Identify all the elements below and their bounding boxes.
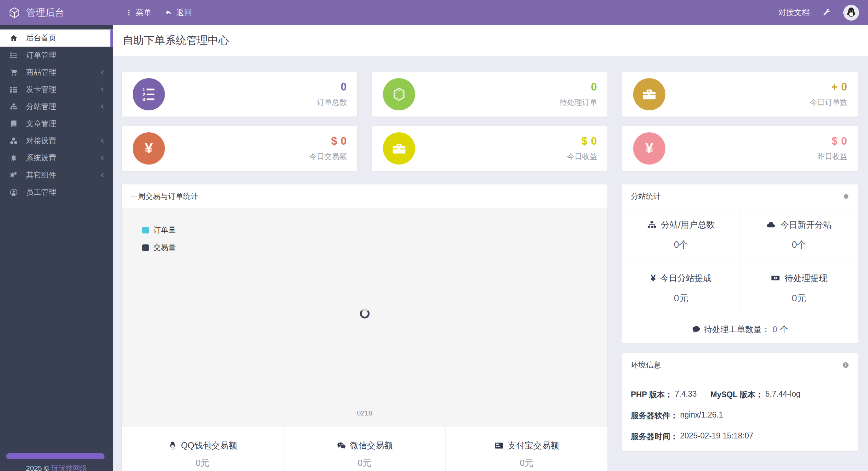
environment-title: 环境信息 xyxy=(631,360,661,370)
stat-label: 订单总数 xyxy=(317,97,347,108)
payment-value: 0元 xyxy=(284,457,446,469)
hexagon-icon xyxy=(383,78,415,110)
circle-dot-icon xyxy=(843,193,849,200)
substation-cell-new: 今日新开分站 0个 xyxy=(740,208,858,262)
sidebar-scrollbar-vertical[interactable] xyxy=(110,29,113,47)
chart-legend: 订单量 交易量 xyxy=(142,225,176,253)
user-avatar[interactable] xyxy=(843,5,859,21)
substation-cell-label: 今日分站提成 xyxy=(660,273,712,284)
stat-label: 今日订单数 xyxy=(810,97,847,108)
chevron-left-icon xyxy=(99,155,106,161)
stat-value: 0 xyxy=(317,81,347,93)
qq-icon xyxy=(168,441,177,450)
stat-value: 0 xyxy=(559,81,597,93)
stat-card-total-orders: 123 0 订单总数 xyxy=(122,72,357,117)
payment-label: QQ钱包交易额 xyxy=(181,440,237,451)
chart-area: 订单量 交易量 0218 xyxy=(122,208,607,427)
copyright-link[interactable]: 玩玩技网络 xyxy=(51,464,87,471)
chevron-left-icon xyxy=(99,86,106,93)
reply-arrow-icon xyxy=(165,9,173,17)
cube-logo-icon xyxy=(8,7,21,19)
sidebar-item-label: 对接设置 xyxy=(26,136,56,146)
sidebar-item-staff[interactable]: 员工管理 xyxy=(0,184,113,201)
stat-value: $ 0 xyxy=(567,135,597,147)
server-time-label: 服务器时间： xyxy=(631,431,678,442)
substation-cell-users: 分站/用户总数 0个 xyxy=(622,208,740,262)
sidebar-item-label: 订单管理 xyxy=(26,50,56,60)
sidebar-item-label: 分站管理 xyxy=(26,101,56,112)
menu-toggle[interactable]: 菜单 xyxy=(125,7,152,18)
docs-link[interactable]: 对接文档 xyxy=(778,7,810,18)
substation-panel-header: 分站统计 xyxy=(622,184,858,208)
info-icon[interactable] xyxy=(842,362,849,369)
server-time-value: 2025-02-19 15:18:07 xyxy=(680,431,754,442)
stat-card-today-orders: + 0 今日订单数 xyxy=(622,72,858,117)
cloud-icon xyxy=(766,220,776,230)
payment-cell-alipay: 支付宝交易额 0元 xyxy=(445,427,607,471)
sidebar-item-label: 发卡管理 xyxy=(26,84,56,95)
chevron-left-icon xyxy=(99,172,106,178)
briefcase-icon xyxy=(383,132,415,165)
sidebar-item-integration[interactable]: 对接设置 xyxy=(0,132,113,149)
sidebar-item-substations[interactable]: 分站管理 xyxy=(0,98,113,115)
chart-panel-header: 一周交易与订单统计 xyxy=(122,184,607,208)
sidebar-scrollbar-horizontal[interactable] xyxy=(6,453,105,459)
env-line-server: 服务器软件： nginx/1.26.1 xyxy=(631,410,849,421)
sidebar-item-label: 文章管理 xyxy=(26,119,56,129)
user-circle-icon xyxy=(8,188,19,196)
sitemap-icon xyxy=(8,102,19,111)
brand[interactable]: 管理后台 xyxy=(0,6,113,19)
top-nav: 菜单 返回 xyxy=(125,7,192,18)
stat-label: 今日交易额 xyxy=(309,152,347,162)
yen-icon: ¥ xyxy=(651,273,656,283)
legend-item-orders[interactable]: 订单量 xyxy=(142,225,176,235)
cart-icon xyxy=(8,68,19,76)
loading-spinner-icon xyxy=(360,309,370,318)
credit-card-icon xyxy=(494,441,504,450)
sidebar-item-home[interactable]: 后台首页 xyxy=(0,29,113,47)
legend-item-volume[interactable]: 交易量 xyxy=(142,242,176,253)
legend-label: 交易量 xyxy=(153,242,176,253)
stat-card-pending-orders: 0 待处理订单 xyxy=(372,72,607,117)
sitemap-icon xyxy=(647,220,656,229)
admin-dashboard: 管理后台 菜单 返回 对接文档 xyxy=(0,0,868,471)
ticket-count-value: 0 xyxy=(773,325,777,334)
stat-card-today-volume: ¥ $ 0 今日交易额 xyxy=(122,126,357,171)
sidebar-item-products[interactable]: 商品管理 xyxy=(0,64,113,81)
php-version-label: PHP 版本： xyxy=(631,389,673,400)
substation-cell-value: 0元 xyxy=(674,292,688,304)
back-button[interactable]: 返回 xyxy=(165,7,192,18)
comment-icon xyxy=(692,325,701,334)
sidebar-item-label: 后台首页 xyxy=(26,33,56,43)
sidebar-item-cards[interactable]: 发卡管理 xyxy=(0,81,113,98)
svg-text:3: 3 xyxy=(142,97,145,102)
payment-summary-row: QQ钱包交易额 0元 微信交易额 0元 xyxy=(122,427,607,471)
weekly-chart-card: 一周交易与订单统计 订单量 交易量 0218 xyxy=(122,184,607,471)
sidebar-item-settings[interactable]: 系统设置 xyxy=(0,149,113,167)
chevron-left-icon xyxy=(99,104,106,110)
copyright-year: 2025 © xyxy=(26,464,49,471)
chevron-left-icon xyxy=(99,138,106,144)
yen-glyph: ¥ xyxy=(645,141,653,156)
wrench-icon[interactable] xyxy=(822,8,831,17)
substation-cell-label: 待处理提现 xyxy=(785,273,828,284)
gears-icon xyxy=(8,171,19,179)
sidebar-item-articles[interactable]: 文章管理 xyxy=(0,115,113,132)
yen-icon: ¥ xyxy=(133,132,165,165)
sidebar-item-orders[interactable]: 订单管理 xyxy=(0,47,113,64)
stat-card-today-profit: $ 0 今日收益 xyxy=(372,126,607,171)
sidebar-item-components[interactable]: 其它组件 xyxy=(0,167,113,184)
env-line-versions: PHP 版本： 7.4.33 MySQL 版本： 5.7.44-log xyxy=(631,389,849,400)
gear-icon xyxy=(8,154,19,162)
brand-title: 管理后台 xyxy=(26,6,64,19)
payment-label: 微信交易额 xyxy=(350,440,393,451)
page-title: 自助下单系统管理中心 xyxy=(123,33,229,48)
yen-glyph: ¥ xyxy=(145,141,153,156)
sidebar-item-label: 其它组件 xyxy=(26,170,56,180)
cubes-icon xyxy=(8,137,19,145)
list-icon xyxy=(8,51,19,59)
chevron-left-icon xyxy=(99,69,106,75)
substation-panel: 分站统计 分站/用户总数 xyxy=(622,184,858,343)
substation-cell-value: 0个 xyxy=(674,239,688,251)
copyright: 2025 © 玩玩技网络 xyxy=(0,463,113,471)
